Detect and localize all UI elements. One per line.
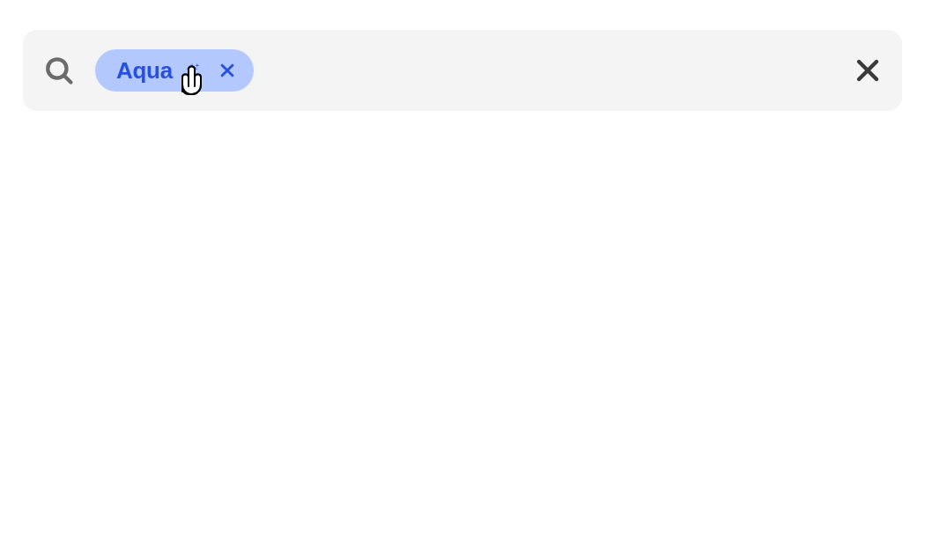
tags-area: Aqua bbox=[95, 49, 855, 92]
search-bar[interactable]: Aqua bbox=[23, 30, 902, 111]
clear-search-icon[interactable] bbox=[855, 57, 881, 84]
search-icon bbox=[44, 55, 74, 85]
svg-line-1 bbox=[64, 76, 71, 83]
tag-label: Aqua bbox=[116, 57, 173, 85]
tag-close-icon[interactable] bbox=[218, 62, 236, 79]
sparkle-icon bbox=[183, 62, 201, 79]
tag-chip-aqua[interactable]: Aqua bbox=[95, 49, 254, 92]
